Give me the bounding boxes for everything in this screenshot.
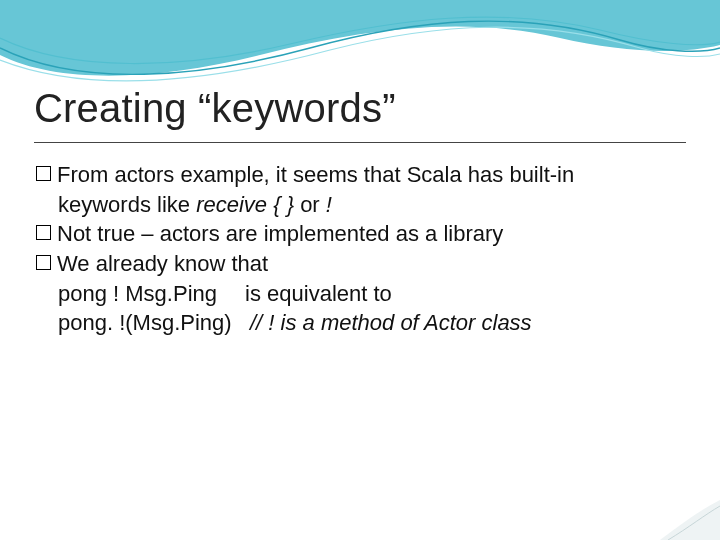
square-bullet-icon: [36, 225, 51, 240]
bullet-1-line2: keywords like receive { } or !: [36, 190, 676, 220]
wave-decoration: [0, 0, 720, 90]
title-underline: [34, 142, 686, 143]
bullet-1: From actors example, it seems that Scala…: [36, 160, 676, 190]
bullet-text: From actors example, it seems that Scala…: [57, 160, 676, 190]
bullet-3-line2: pong ! Msg.Ping is equivalent to: [36, 279, 676, 309]
bullet-text: Not true – actors are implemented as a l…: [57, 219, 676, 249]
square-bullet-icon: [36, 255, 51, 270]
bullet-3-line3: pong. !(Msg.Ping) // ! is a method of Ac…: [36, 308, 676, 338]
bullet-text: We already know that: [57, 249, 676, 279]
bullet-2: Not true – actors are implemented as a l…: [36, 219, 676, 249]
corner-decoration: [660, 500, 720, 540]
bullet-3: We already know that: [36, 249, 676, 279]
square-bullet-icon: [36, 166, 51, 181]
slide-title: Creating “keywords”: [34, 86, 396, 131]
slide-body: From actors example, it seems that Scala…: [36, 160, 676, 338]
slide: Creating “keywords” From actors example,…: [0, 0, 720, 540]
